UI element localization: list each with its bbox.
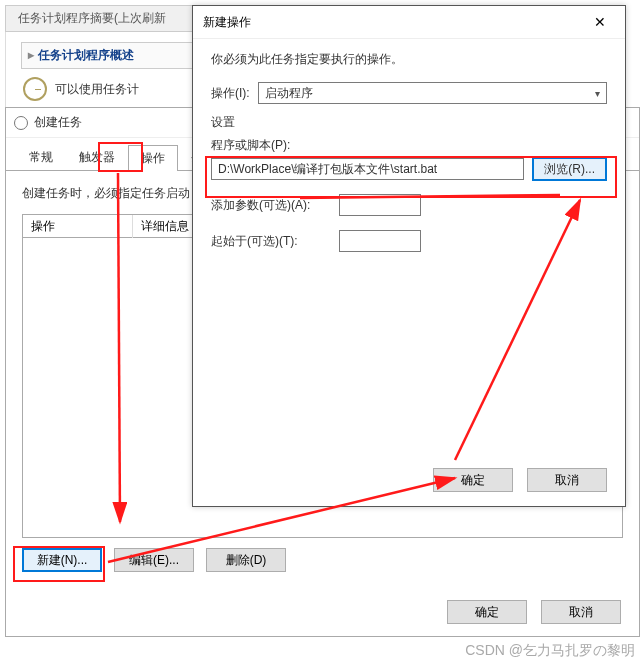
- new-button[interactable]: 新建(N)...: [22, 548, 102, 572]
- action-type-row: 操作(I): 启动程序 ▾: [211, 82, 607, 104]
- cancel-button[interactable]: 取消: [541, 600, 621, 624]
- args-row: 添加参数(可选)(A):: [211, 190, 607, 220]
- browse-button[interactable]: 浏览(R)...: [532, 157, 607, 181]
- script-row: D:\WorkPlace\编译打包版本文件\start.bat 浏览(R)...: [211, 154, 607, 184]
- create-task-footer: 确定 取消: [447, 600, 621, 624]
- close-icon[interactable]: ✕: [585, 12, 615, 32]
- args-label: 添加参数(可选)(A):: [211, 197, 331, 214]
- action-type-combobox[interactable]: 启动程序 ▾: [258, 82, 607, 104]
- new-action-dialog: 新建操作 ✕ 你必须为此任务指定要执行的操作。 操作(I): 启动程序 ▾ 设置…: [192, 5, 626, 507]
- script-input[interactable]: D:\WorkPlace\编译打包版本文件\start.bat: [211, 158, 524, 180]
- delete-button[interactable]: 删除(D): [206, 548, 286, 572]
- tab-actions[interactable]: 操作: [128, 145, 178, 171]
- ok-button[interactable]: 确定: [447, 600, 527, 624]
- startin-row: 起始于(可选)(T):: [211, 226, 607, 256]
- startin-label: 起始于(可选)(T):: [211, 233, 331, 250]
- col-action: 操作: [23, 215, 133, 238]
- new-action-hint: 你必须为此任务指定要执行的操作。: [211, 51, 607, 68]
- action-type-value: 启动程序: [265, 85, 313, 102]
- ok-button[interactable]: 确定: [433, 468, 513, 492]
- new-action-footer: 确定 取消: [433, 468, 607, 492]
- clock-icon: [14, 116, 28, 130]
- chevron-down-icon: ▾: [595, 88, 600, 99]
- script-label: 程序或脚本(P):: [211, 137, 607, 154]
- overview-desc: 可以使用任务计: [55, 81, 139, 98]
- watermark: CSDN @乞力马扎罗の黎明: [465, 642, 635, 660]
- tab-general[interactable]: 常规: [16, 144, 66, 170]
- new-action-titlebar: 新建操作 ✕: [193, 6, 625, 39]
- tab-triggers[interactable]: 触发器: [66, 144, 128, 170]
- args-input[interactable]: [339, 194, 421, 216]
- action-type-label: 操作(I):: [211, 85, 250, 102]
- new-action-body: 你必须为此任务指定要执行的操作。 操作(I): 启动程序 ▾ 设置 程序或脚本(…: [193, 39, 625, 274]
- new-action-title: 新建操作: [203, 14, 251, 31]
- settings-group: 设置 程序或脚本(P): D:\WorkPlace\编译打包版本文件\start…: [211, 114, 607, 256]
- cancel-button[interactable]: 取消: [527, 468, 607, 492]
- startin-input[interactable]: [339, 230, 421, 252]
- edit-button[interactable]: 编辑(E)...: [114, 548, 194, 572]
- create-task-title: 创建任务: [34, 114, 82, 131]
- script-value: D:\WorkPlace\编译打包版本文件\start.bat: [218, 161, 437, 178]
- actions-buttons: 新建(N)... 编辑(E)... 删除(D): [22, 538, 623, 572]
- clock-icon: [23, 77, 47, 101]
- settings-label: 设置: [211, 114, 607, 131]
